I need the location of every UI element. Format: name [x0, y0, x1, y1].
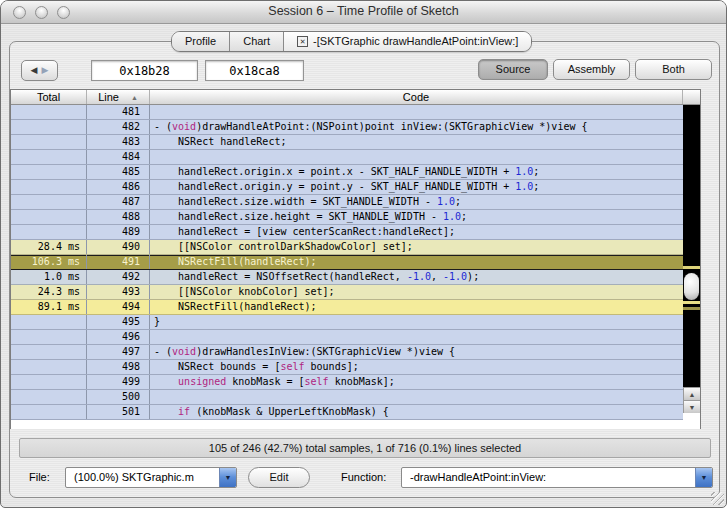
- table-row[interactable]: 1.0 ms492 handleRect = NSOffsetRect(hand…: [11, 270, 685, 285]
- window-title: Session 6 – Time Profile of Sketch: [1, 4, 726, 18]
- line-number-cell: 489: [87, 225, 150, 239]
- line-number-cell: 483: [87, 135, 150, 149]
- table-row[interactable]: 481: [11, 105, 685, 120]
- forward-button[interactable]: ▶: [42, 66, 49, 75]
- table-row[interactable]: 489 handleRect = [view centerScanRect:ha…: [11, 225, 685, 240]
- address-end-field[interactable]: [205, 60, 304, 81]
- table-row[interactable]: 89.1 ms494 NSRectFill(handleRect);: [11, 300, 685, 315]
- line-number-cell: 491: [87, 255, 150, 269]
- tab-profile[interactable]: Profile: [172, 32, 230, 51]
- line-number-cell: 484: [87, 150, 150, 164]
- line-number-cell: 482: [87, 120, 150, 134]
- total-cell: [11, 315, 87, 329]
- line-number-cell: 488: [87, 210, 150, 224]
- total-cell: 1.0 ms: [11, 270, 87, 284]
- assembly-view-button[interactable]: Assembly: [553, 59, 630, 80]
- table-row[interactable]: 28.4 ms490 [[NSColor controlDarkShadowCo…: [11, 240, 685, 255]
- code-cell: NSRectFill(handleRect);: [150, 255, 685, 269]
- total-cell: 28.4 ms: [11, 240, 87, 254]
- table-row[interactable]: 482- (void)drawHandleAtPoint:(NSPoint)po…: [11, 120, 685, 135]
- code-cell: NSRect bounds = [self bounds];: [150, 360, 685, 374]
- total-cell: [11, 165, 87, 179]
- hotspot-mark: [683, 301, 700, 304]
- table-row[interactable]: 484: [11, 150, 685, 165]
- table-row[interactable]: 486 handleRect.origin.y = point.y - SKT_…: [11, 180, 685, 195]
- table-row[interactable]: 487 handleRect.size.width = SKT_HANDLE_W…: [11, 195, 685, 210]
- back-button[interactable]: ◀: [31, 66, 38, 75]
- table-row[interactable]: 488 handleRect.size.height = SKT_HANDLE_…: [11, 210, 685, 225]
- scrollbar-thumb[interactable]: [684, 273, 699, 300]
- scroll-up-button[interactable]: ▲: [683, 387, 700, 400]
- total-cell: [11, 195, 87, 209]
- code-cell: [150, 390, 685, 404]
- file-popup[interactable]: (100.0%) SKTGraphic.m ▼: [65, 467, 237, 488]
- tab-chart[interactable]: Chart: [230, 32, 284, 51]
- code-cell: [150, 105, 685, 119]
- total-cell: [11, 360, 87, 374]
- code-cell: NSRect handleRect;: [150, 135, 685, 149]
- total-cell: [11, 225, 87, 239]
- table-row[interactable]: 483 NSRect handleRect;: [11, 135, 685, 150]
- code-table: Total Line ▲ Code 481482- (void)drawHand…: [10, 89, 701, 429]
- line-number-cell: 481: [87, 105, 150, 119]
- column-header-line[interactable]: Line ▲: [87, 90, 150, 104]
- line-number-cell: 499: [87, 375, 150, 389]
- resize-grip[interactable]: [711, 492, 724, 505]
- close-tab-icon[interactable]: ✕: [297, 36, 308, 47]
- line-number-cell: 494: [87, 300, 150, 314]
- table-row[interactable]: 495}: [11, 315, 685, 330]
- line-number-cell: 501: [87, 405, 150, 419]
- line-number-cell: 495: [87, 315, 150, 329]
- hotspot-mark: [683, 266, 700, 269]
- popup-arrow-icon[interactable]: ▼: [219, 468, 236, 487]
- view-tabs: Profile Chart ✕ -[SKTGraphic drawHandleA…: [171, 31, 532, 52]
- table-row[interactable]: 106.3 ms491 NSRectFill(handleRect);: [11, 255, 685, 270]
- code-cell: handleRect.size.width = SKT_HANDLE_WIDTH…: [150, 195, 685, 209]
- total-cell: [11, 375, 87, 389]
- line-number-cell: 500: [87, 390, 150, 404]
- both-view-button[interactable]: Both: [635, 59, 712, 80]
- scroll-down-button[interactable]: ▼: [683, 400, 700, 413]
- code-cell: handleRect.size.height = SKT_HANDLE_WIDT…: [150, 210, 685, 224]
- code-cell: [[NSColor controlDarkShadowColor] set];: [150, 240, 685, 254]
- table-row[interactable]: 501 if (knobMask & UpperLeftKnobMask) {: [11, 405, 685, 420]
- total-cell: [11, 105, 87, 119]
- address-start-field[interactable]: [91, 60, 198, 81]
- column-header-code[interactable]: Code: [150, 90, 683, 104]
- tab-code-browser[interactable]: ✕ -[SKTGraphic drawHandleAtPoint:inView:…: [284, 32, 531, 51]
- hotspot-scrollbar[interactable]: ▲ ▼: [683, 105, 700, 429]
- function-popup[interactable]: -drawHandleAtPoint:inView: ▼: [401, 467, 713, 488]
- app-window: Session 6 – Time Profile of Sketch Profi…: [0, 0, 727, 508]
- code-cell: - (void)drawHandleAtPoint:(NSPoint)point…: [150, 120, 685, 134]
- title-bar[interactable]: Session 6 – Time Profile of Sketch: [1, 1, 726, 24]
- code-cell: handleRect = NSOffsetRect(handleRect, -1…: [150, 270, 685, 284]
- code-cell: handleRect.origin.y = point.y - SKT_HALF…: [150, 180, 685, 194]
- code-cell: [150, 330, 685, 344]
- code-cell: handleRect.origin.x = point.x - SKT_HALF…: [150, 165, 685, 179]
- table-row[interactable]: 485 handleRect.origin.x = point.x - SKT_…: [11, 165, 685, 180]
- history-nav: ◀ ▶: [21, 60, 58, 81]
- column-header-scrollbar-spacer: [683, 90, 700, 104]
- table-row[interactable]: 499 unsigned knobMask = [self knobMask];: [11, 375, 685, 390]
- scrollbar-track[interactable]: [683, 105, 700, 387]
- code-cell: NSRectFill(handleRect);: [150, 300, 685, 314]
- total-cell: [11, 405, 87, 419]
- table-row[interactable]: 500: [11, 390, 685, 405]
- table-row[interactable]: 496: [11, 330, 685, 345]
- column-header-total[interactable]: Total: [11, 90, 87, 104]
- total-cell: 89.1 ms: [11, 300, 87, 314]
- code-cell: if (knobMask & UpperLeftKnobMask) {: [150, 405, 685, 419]
- code-cell: unsigned knobMask = [self knobMask];: [150, 375, 685, 389]
- source-view-button[interactable]: Source: [478, 59, 548, 80]
- popup-arrow-icon[interactable]: ▼: [695, 468, 712, 487]
- total-cell: [11, 345, 87, 359]
- line-number-cell: 492: [87, 270, 150, 284]
- edit-button[interactable]: Edit: [248, 467, 310, 488]
- line-number-cell: 487: [87, 195, 150, 209]
- code-cell: - (void)drawHandlesInView:(SKTGraphicVie…: [150, 345, 685, 359]
- table-row[interactable]: 498 NSRect bounds = [self bounds];: [11, 360, 685, 375]
- table-row[interactable]: 497- (void)drawHandlesInView:(SKTGraphic…: [11, 345, 685, 360]
- total-cell: 24.3 ms: [11, 285, 87, 299]
- table-row[interactable]: 24.3 ms493 [[NSColor knobColor] set];: [11, 285, 685, 300]
- table-body: 481482- (void)drawHandleAtPoint:(NSPoint…: [11, 105, 700, 429]
